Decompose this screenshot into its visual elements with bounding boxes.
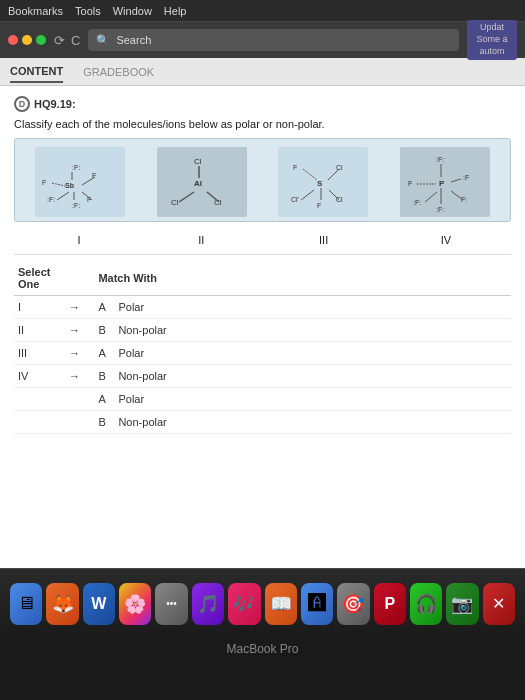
svg-text:F: F — [42, 179, 46, 186]
molecule-svg-II: Cl Al Cl Cl — [159, 150, 244, 215]
svg-line-26 — [303, 169, 317, 180]
svg-line-27 — [328, 169, 339, 180]
dock-icon-books[interactable]: 📖 — [265, 583, 297, 625]
row-IV-value: Non-polar — [114, 365, 511, 388]
molecule-box-II: Cl Al Cl Cl — [157, 147, 247, 217]
menu-bookmarks[interactable]: Bookmarks — [8, 5, 63, 17]
svg-text::F:: :F: — [72, 164, 80, 171]
svg-text::F: :F — [463, 174, 469, 181]
svg-line-18 — [179, 192, 194, 202]
molecule-box-III: S F Cl Cl' Cl F — [278, 147, 368, 217]
svg-text:Cl: Cl — [171, 198, 179, 207]
tab-gradebook[interactable]: GRADEBOOK — [83, 62, 154, 82]
page-area: CONTENT GRADEBOOK D HQ9.19: Classify eac… — [0, 58, 525, 568]
extra-option-A-letter: A — [94, 388, 114, 411]
menu-window[interactable]: Window — [113, 5, 152, 17]
dock-icon-more[interactable]: ••• — [155, 583, 187, 625]
svg-line-29 — [329, 190, 339, 200]
menu-bar: Bookmarks Tools Window Help — [0, 0, 525, 22]
molecules-area: :F: Sb F F :F: F — [14, 138, 511, 222]
question-text: Classify each of the molecules/ions belo… — [14, 118, 511, 130]
dock-icon-mc[interactable]: 🎵 — [192, 583, 224, 625]
row-I-label: I — [14, 296, 54, 319]
svg-line-8 — [82, 177, 95, 185]
table-row: B Non-polar — [14, 411, 511, 434]
svg-text::F:: :F: — [436, 156, 444, 163]
dock-icon-facetime[interactable]: 📷 — [446, 583, 478, 625]
main-content: D HQ9.19: Classify each of the molecules… — [0, 86, 525, 568]
svg-text::F:: :F: — [72, 202, 80, 209]
dock-icon-target[interactable]: 🎯 — [337, 583, 369, 625]
svg-text:Al: Al — [194, 179, 202, 188]
dock: 🖥 🦊 W 🌸 ••• 🎵 🎶 📖 🅰 🎯 P 🎧 📷 ✕ — [0, 568, 525, 638]
row-II-label: II — [14, 319, 54, 342]
svg-text:F: F — [317, 202, 321, 209]
svg-text:Cl: Cl — [336, 196, 343, 203]
dock-icon-close[interactable]: ✕ — [483, 583, 515, 625]
header-select-one: Select One — [14, 263, 54, 296]
molecule-box-I: :F: Sb F F :F: F — [35, 147, 125, 217]
update-badge[interactable]: Updat Some a autom — [467, 20, 517, 59]
tab-content[interactable]: CONTENT — [10, 61, 63, 83]
row-III-letter: A — [94, 342, 114, 365]
molecule-cell-II: Cl Al Cl Cl — [141, 147, 263, 217]
molecule-svg-IV: :F: P F :F F: :F: :F: — [403, 150, 488, 215]
dock-icon-word[interactable]: W — [83, 583, 115, 625]
dock-icon-spotify[interactable]: 🎧 — [410, 583, 442, 625]
maximize-window-button[interactable] — [36, 35, 46, 45]
svg-text::F:: :F: — [436, 206, 444, 213]
row-II-value: Non-polar — [114, 319, 511, 342]
svg-text:Cl: Cl — [336, 164, 343, 171]
search-icon: 🔍 — [96, 34, 110, 47]
extra-option-B-value: Non-polar — [114, 411, 511, 434]
extra-option-A-value: Polar — [114, 388, 511, 411]
address-bar[interactable]: 🔍 Search — [88, 29, 459, 51]
molecule-cell-III: S F Cl Cl' Cl F — [263, 147, 385, 217]
reload-icon[interactable]: ⟳ — [54, 33, 65, 48]
window-controls — [8, 35, 46, 45]
svg-line-19 — [207, 192, 219, 202]
menu-tools[interactable]: Tools — [75, 5, 101, 17]
roman-label-I: I — [18, 234, 140, 246]
forward-icon[interactable]: C — [71, 33, 80, 48]
svg-text:Sb: Sb — [65, 182, 74, 189]
match-table-header: Select One Match With — [14, 263, 511, 296]
svg-line-9 — [57, 192, 69, 200]
header-match-with: Match With — [94, 263, 511, 296]
row-IV-arrow: → — [54, 365, 94, 388]
row-IV-letter: B — [94, 365, 114, 388]
table-row: IV → B Non-polar — [14, 365, 511, 388]
row-I-letter: A — [94, 296, 114, 319]
svg-line-28 — [301, 190, 314, 200]
molecule-cell-IV: :F: P F :F F: :F: :F: — [384, 147, 506, 217]
svg-text:S: S — [317, 179, 323, 188]
roman-label-III: III — [263, 234, 385, 246]
roman-label-IV: IV — [385, 234, 507, 246]
svg-text:P: P — [439, 179, 445, 188]
question-header: D HQ9.19: — [14, 96, 511, 112]
svg-line-7 — [52, 183, 65, 186]
dock-icon-a-app[interactable]: 🅰 — [301, 583, 333, 625]
minimize-window-button[interactable] — [22, 35, 32, 45]
molecule-box-IV: :F: P F :F F: :F: :F: — [400, 147, 490, 217]
row-IV-label: IV — [14, 365, 54, 388]
row-II-letter: B — [94, 319, 114, 342]
table-row: I → A Polar — [14, 296, 511, 319]
dock-icon-powerpoint[interactable]: P — [374, 583, 406, 625]
browser-chrome: ⟳ C 🔍 Search Updat Some a autom — [0, 22, 525, 58]
dock-icon-firefox[interactable]: 🦊 — [46, 583, 78, 625]
svg-text:F: F — [408, 180, 412, 187]
close-window-button[interactable] — [8, 35, 18, 45]
svg-text:Cl: Cl — [194, 157, 202, 166]
table-row: II → B Non-polar — [14, 319, 511, 342]
molecule-svg-I: :F: Sb F F :F: F — [37, 150, 122, 215]
table-row: III → A Polar — [14, 342, 511, 365]
dock-icon-music[interactable]: 🎶 — [228, 583, 260, 625]
dock-icon-photos[interactable]: 🌸 — [119, 583, 151, 625]
table-row: A Polar — [14, 388, 511, 411]
menu-help[interactable]: Help — [164, 5, 187, 17]
svg-text:Cl': Cl' — [291, 196, 299, 203]
svg-line-41 — [425, 192, 437, 202]
svg-text::F:: :F: — [413, 199, 421, 206]
dock-icon-finder[interactable]: 🖥 — [10, 583, 42, 625]
